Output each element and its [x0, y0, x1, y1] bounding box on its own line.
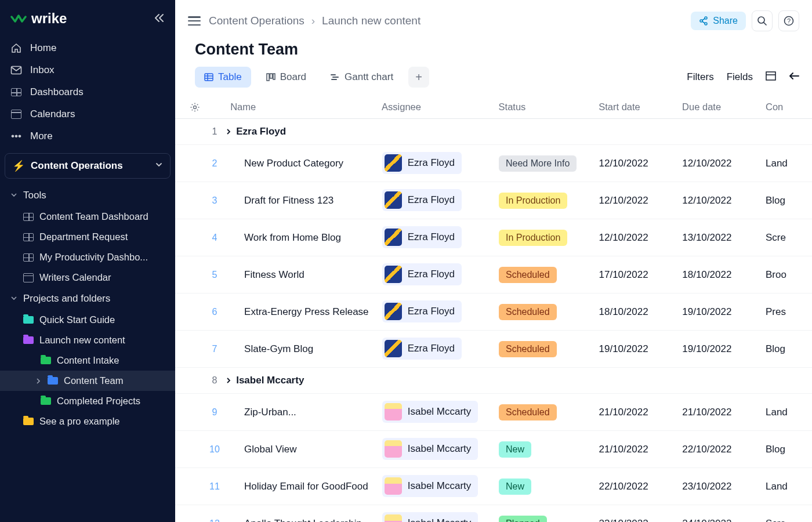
due-date[interactable]: 23/10/2022 — [682, 481, 766, 492]
col-header-content[interactable]: Con — [766, 102, 812, 113]
nav-dashboards[interactable]: Dashboards — [0, 81, 175, 103]
task-row[interactable]: 6 Extra-Energy Press Release Ezra Floyd … — [175, 293, 812, 331]
start-date[interactable]: 21/10/2022 — [599, 444, 683, 455]
task-row[interactable]: 3 Draft for Fitness 123 Ezra Floyd In Pr… — [175, 182, 812, 219]
col-header-due[interactable]: Due date — [682, 102, 766, 113]
content-type[interactable]: Land — [766, 481, 812, 492]
content-type[interactable]: Blog — [766, 195, 812, 206]
fields-button[interactable]: Fields — [727, 71, 753, 83]
task-name[interactable]: Global View — [226, 444, 382, 455]
content-type[interactable]: Scre — [766, 518, 812, 523]
task-row[interactable]: 12 Apollo Thought Leadership Isabel Mcca… — [175, 505, 812, 522]
task-name[interactable]: Draft for Fitness 123 — [226, 195, 382, 206]
collapse-sidebar-button[interactable] — [153, 12, 165, 26]
group-row[interactable]: 8Isabel Mccarty — [175, 368, 812, 394]
assignee-chip[interactable]: Ezra Floyd — [382, 226, 462, 248]
logo[interactable]: wrike — [10, 10, 67, 27]
assignee-chip[interactable]: Ezra Floyd — [382, 263, 462, 285]
assignee-chip[interactable]: Ezra Floyd — [382, 338, 462, 360]
tree-launch-new-content[interactable]: Launch new content — [0, 330, 175, 350]
status-badge[interactable]: In Production — [499, 193, 567, 209]
col-header-start[interactable]: Start date — [599, 102, 682, 113]
status-badge[interactable]: Scheduled — [499, 267, 557, 283]
tree-tool-content-team-dashboard[interactable]: Content Team Dashboard — [0, 206, 175, 227]
task-name[interactable]: Work from Home Blog — [226, 232, 382, 244]
nav-more[interactable]: ••• More — [0, 125, 175, 147]
status-badge[interactable]: Scheduled — [499, 404, 557, 420]
tree-completed-projects[interactable]: Completed Projects — [0, 391, 175, 411]
tree-tool-writers-calendar[interactable]: Writers Calendar — [0, 267, 175, 288]
content-type[interactable]: Blog — [766, 444, 812, 455]
task-name[interactable]: Fitness World — [226, 269, 382, 281]
due-date[interactable]: 12/10/2022 — [682, 158, 766, 169]
group-row[interactable]: 1Ezra Floyd — [175, 119, 812, 145]
filters-button[interactable]: Filters — [687, 71, 713, 83]
task-row[interactable]: 11 Holiday Email for GoodFood Isabel Mcc… — [175, 468, 812, 505]
nav-calendars[interactable]: Calendars — [0, 103, 175, 125]
due-date[interactable]: 18/10/2022 — [682, 269, 766, 281]
task-row[interactable]: 7 Slate-Gym Blog Ezra Floyd Scheduled 19… — [175, 331, 812, 368]
due-date[interactable]: 19/10/2022 — [682, 306, 766, 318]
tree-tools-header[interactable]: Tools — [0, 184, 175, 206]
start-date[interactable]: 19/10/2022 — [599, 343, 683, 355]
due-date[interactable]: 13/10/2022 — [682, 232, 766, 244]
due-date[interactable]: 22/10/2022 — [682, 444, 766, 455]
assignee-chip[interactable]: Isabel Mccarty — [382, 438, 478, 460]
view-tab-gantt[interactable]: Gantt chart — [321, 67, 403, 88]
share-button[interactable]: Share — [691, 12, 746, 30]
status-badge[interactable]: Scheduled — [499, 341, 557, 357]
add-view-button[interactable]: + — [408, 67, 429, 88]
assignee-chip[interactable]: Ezra Floyd — [382, 300, 462, 322]
tree-tool-department-request[interactable]: Department Request — [0, 227, 175, 247]
due-date[interactable]: 19/10/2022 — [682, 343, 766, 355]
back-arrow-button[interactable] — [789, 71, 799, 83]
status-badge[interactable]: Planned — [499, 516, 547, 523]
tree-quick-start[interactable]: Quick Start Guide — [0, 310, 175, 330]
search-button[interactable] — [752, 10, 773, 31]
tree-content-intake[interactable]: Content Intake — [0, 350, 175, 371]
task-row[interactable]: 9 Zip-Urban... Isabel Mccarty Scheduled … — [175, 394, 812, 431]
content-type[interactable]: Land — [766, 407, 812, 418]
menu-button[interactable] — [188, 16, 201, 26]
task-name[interactable]: Apollo Thought Leadership — [226, 518, 382, 523]
tree-projects-header[interactable]: Projects and folders — [0, 288, 175, 310]
col-header-assignee[interactable]: Assignee — [382, 102, 498, 113]
assignee-chip[interactable]: Ezra Floyd — [382, 189, 462, 211]
task-row[interactable]: 4 Work from Home Blog Ezra Floyd In Prod… — [175, 219, 812, 256]
status-badge[interactable]: In Production — [499, 230, 567, 246]
content-type[interactable]: Pres — [766, 306, 812, 318]
start-date[interactable]: 12/10/2022 — [599, 232, 683, 244]
col-header-status[interactable]: Status — [499, 102, 599, 113]
content-type[interactable]: Blog — [766, 343, 812, 355]
start-date[interactable]: 18/10/2022 — [599, 306, 683, 318]
col-header-name[interactable]: Name — [226, 102, 382, 113]
task-row[interactable]: 10 Global View Isabel Mccarty New 21/10/… — [175, 431, 812, 468]
start-date[interactable]: 21/10/2022 — [599, 407, 683, 418]
task-name[interactable]: Holiday Email for GoodFood — [226, 481, 382, 492]
settings-button[interactable] — [187, 102, 204, 113]
tree-content-team[interactable]: Content Team — [0, 371, 175, 391]
task-name[interactable]: Slate-Gym Blog — [226, 343, 382, 355]
task-name[interactable]: New Product Category — [226, 158, 382, 169]
assignee-chip[interactable]: Isabel Mccarty — [382, 401, 478, 423]
start-date[interactable]: 12/10/2022 — [599, 158, 683, 169]
start-date[interactable]: 23/10/2022 — [599, 518, 683, 523]
nav-home[interactable]: Home — [0, 37, 175, 59]
content-type[interactable]: Broo — [766, 269, 812, 281]
start-date[interactable]: 12/10/2022 — [599, 195, 683, 206]
status-badge[interactable]: New — [499, 441, 531, 458]
start-date[interactable]: 22/10/2022 — [599, 481, 683, 492]
due-date[interactable]: 24/10/2022 — [682, 518, 766, 523]
expand-button[interactable] — [766, 71, 776, 84]
status-badge[interactable]: New — [499, 478, 531, 495]
breadcrumb-current[interactable]: Launch new content — [322, 14, 420, 27]
space-selector[interactable]: ⚡ Content Operations — [5, 153, 171, 179]
view-tab-table[interactable]: Table — [195, 67, 251, 88]
assignee-chip[interactable]: Isabel Mccarty — [382, 475, 478, 497]
content-type[interactable]: Scre — [766, 232, 812, 244]
task-row[interactable]: 2 New Product Category Ezra Floyd Need M… — [175, 145, 812, 182]
task-row[interactable]: 5 Fitness World Ezra Floyd Scheduled 17/… — [175, 256, 812, 293]
assignee-chip[interactable]: Ezra Floyd — [382, 152, 462, 174]
due-date[interactable]: 21/10/2022 — [682, 407, 766, 418]
view-tab-board[interactable]: Board — [257, 67, 316, 88]
